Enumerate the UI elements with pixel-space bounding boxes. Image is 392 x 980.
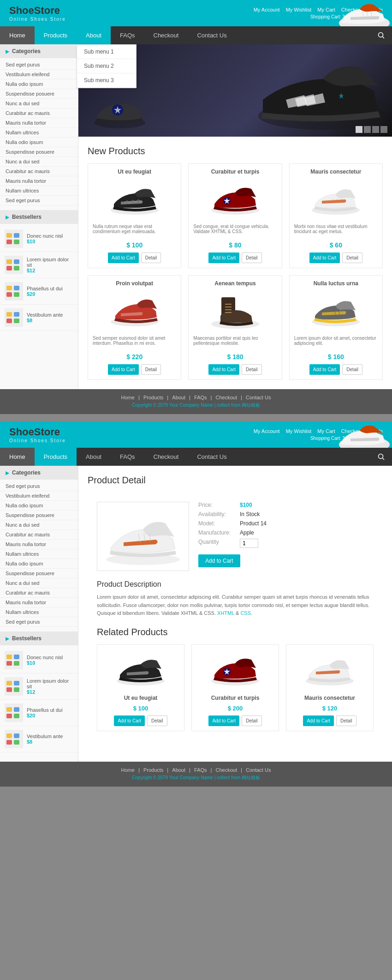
nav-about[interactable]: About Sub menu 1 Sub menu 2 Sub menu 3 [77,26,111,44]
my-account-link-2[interactable]: My Account [254,428,280,434]
cat2-link-5[interactable]: Curabitur ac mauris [0,530,78,540]
cat2-link-4[interactable]: Nunc a dui sed [0,520,78,530]
detail-3[interactable]: Detail [141,364,161,375]
cat2-link-14[interactable]: Sed eget purus [0,617,78,627]
cat2-link-6[interactable]: Mauris nulla tortor [0,540,78,549]
cat-link-7[interactable]: Nullam ultrices [0,128,78,138]
add-cart-2[interactable]: Add to Cart [309,253,340,263]
cat-link-10[interactable]: Nunc a dui sed [0,157,78,167]
detail-0[interactable]: Detail [141,253,161,263]
cat2-link-12[interactable]: Mauris nulla tortor [0,598,78,607]
my-wishlist-link[interactable]: My Wishlist [286,7,312,12]
quantity-input[interactable] [240,539,258,548]
price-label: Price: [198,502,240,508]
submenu-1[interactable]: Sub menu 1 [77,45,136,59]
nav-contact-2[interactable]: Contact Us [188,448,236,466]
related-detail-2[interactable]: Detail [336,715,356,726]
nav-home[interactable]: Home [0,26,35,44]
add-cart-4[interactable]: Add to Cart [208,364,239,375]
my-wishlist-link-2[interactable]: My Wishlist [286,428,312,434]
related-detail-1[interactable]: Detail [242,715,262,726]
banner-dot-3[interactable] [372,126,379,133]
submenu-2[interactable]: Sub menu 2 [77,59,136,73]
search-icon-2[interactable] [371,448,392,466]
related-add-2[interactable]: Add to Cart [303,715,334,726]
cat2-link-0[interactable]: Sed eget purus [0,481,78,491]
product-card-5: Nulla luctus urna Lorem ipsum [289,275,383,380]
footer2-faqs[interactable]: FAQs [194,767,207,773]
banner-dot-1[interactable] [356,126,362,133]
footer-products[interactable]: Products [143,395,163,400]
add-cart-3[interactable]: Add to Cart [108,364,139,375]
detail-4[interactable]: Detail [242,364,262,375]
footer-contact[interactable]: Contact Us [246,395,271,400]
cat2-link-10[interactable]: Nunc a dui sed [0,578,78,588]
submenu-3[interactable]: Sub menu 3 [77,73,136,88]
nav-checkout-2[interactable]: Checkout [144,448,188,466]
nav-home-2[interactable]: Home [0,448,35,466]
cat-link-5[interactable]: Curabitur ac mauris [0,108,78,118]
banner-dot-4[interactable] [380,126,387,133]
cat2-link-11[interactable]: Curabitur ac mauris [0,588,78,598]
svg-rect-54 [6,714,12,718]
add-cart-0[interactable]: Add to Cart [108,253,139,263]
cat-link-4[interactable]: Nunc a dui sed [0,99,78,108]
main-content-2: Product Detail [78,466,392,762]
my-cart-link-2[interactable]: My Cart [317,428,335,434]
footer2-home[interactable]: Home [121,767,135,773]
footer-faqs[interactable]: FAQs [194,395,207,400]
add-cart-1[interactable]: Add to Cart [208,253,239,263]
banner-dot-2[interactable] [364,126,371,133]
add-cart-5[interactable]: Add to Cart [309,364,340,375]
cat-link-9[interactable]: Suspendisse posuere [0,147,78,157]
cat2-link-9[interactable]: Suspendisse posuere [0,569,78,578]
footer2-contact[interactable]: Contact Us [246,767,271,773]
cat-link-6[interactable]: Mauris nulla tortor [0,118,78,128]
cat-link-2[interactable]: Nulla odio ipsum [0,79,78,89]
logo-subtitle: Online Shoes Store [9,17,66,22]
footer-home[interactable]: Home [121,395,135,400]
detail-1[interactable]: Detail [242,253,262,263]
my-account-link[interactable]: My Account [254,7,280,12]
related-name-1: Curabitur et turpis [196,695,274,701]
footer2-products[interactable]: Products [143,767,163,773]
nav-about-2[interactable]: About [77,448,111,466]
cat2-link-1[interactable]: Vestibulum eleifend [0,491,78,501]
nav-contact[interactable]: Contact Us [188,26,236,44]
search-icon[interactable] [371,26,392,44]
footer-checkout[interactable]: Checkout [216,395,237,400]
bestseller2-name-2: Phasellus ut dui [27,707,73,713]
xhtml-link[interactable]: XHTML [217,610,234,616]
my-cart-link[interactable]: My Cart [317,7,335,12]
related-detail-0[interactable]: Detail [147,715,167,726]
cat-link-0[interactable]: Sed eget purus [0,60,78,70]
add-cart-detail[interactable]: Add to Cart [198,554,240,567]
nav-checkout[interactable]: Checkout [144,26,188,44]
bestsellers-section: ▶ Bestsellers [0,210,78,224]
cat-link-8[interactable]: Nulla odio ipsum [0,138,78,147]
nav-faqs[interactable]: FAQs [111,26,144,44]
cat2-link-7[interactable]: Nullam ultrices [0,549,78,559]
cat2-link-8[interactable]: Nulla odio ipsum [0,559,78,569]
cat2-link-13[interactable]: Nullam ultrices [0,607,78,617]
css-link[interactable]: CSS [240,610,251,616]
related-add-0[interactable]: Add to Cart [114,715,145,726]
nav-products[interactable]: Products [35,26,77,44]
nav-products-2[interactable]: Products [35,448,77,466]
cat-link-3[interactable]: Suspendisse posuere [0,89,78,99]
product-img-0 [93,179,176,220]
footer-about[interactable]: About [172,395,185,400]
cat-link-12[interactable]: Mauris nulla tortor [0,176,78,186]
cat2-link-3[interactable]: Suspendisse posuere [0,511,78,520]
footer2-about[interactable]: About [172,767,185,773]
cat2-link-2[interactable]: Nulla odio ipsum [0,501,78,511]
cat-link-14[interactable]: Sed eget purus [0,196,78,205]
related-add-1[interactable]: Add to Cart [208,715,239,726]
cat-link-13[interactable]: Nullam ultrices [0,186,78,196]
nav-faqs-2[interactable]: FAQs [111,448,144,466]
cat-link-1[interactable]: Vestibulum eleifend [0,70,78,79]
footer2-checkout[interactable]: Checkout [216,767,237,773]
detail-5[interactable]: Detail [342,364,362,375]
detail-2[interactable]: Detail [342,253,362,263]
cat-link-11[interactable]: Curabitur ac mauris [0,167,78,176]
